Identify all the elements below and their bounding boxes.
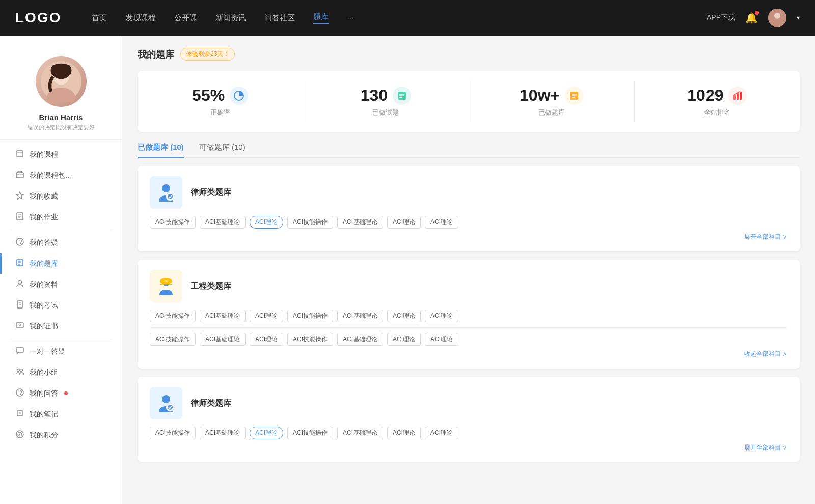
nav-qbank[interactable]: 题库: [313, 12, 329, 24]
main-layout: Brian Harris 错误的决定比没有决定要好 我的课程 我的课程包...: [0, 36, 815, 504]
tag-l1-3[interactable]: ACI技能操作: [287, 216, 333, 229]
done-banks-icon: [565, 87, 583, 105]
sidebar-item-profile[interactable]: 我的资料: [0, 274, 122, 295]
tab-available[interactable]: 可做题库 (10): [199, 143, 246, 157]
tag-e2-0[interactable]: ACI技能操作: [150, 333, 196, 346]
tab-done[interactable]: 已做题库 (10): [138, 143, 184, 157]
user-avatar-nav[interactable]: [768, 9, 786, 27]
sidebar-item-certificate[interactable]: 我的证书: [0, 316, 122, 337]
tags-lawyer-1: ACI技能操作 ACI基础理论 ACI理论 ACI技能操作 ACI基础理论 AC…: [150, 216, 787, 229]
tag-l1-6[interactable]: ACI理论: [425, 216, 458, 229]
notification-dot: [755, 11, 759, 15]
sidebar-item-points[interactable]: 我的积分: [0, 425, 122, 445]
sidebar-item-notes[interactable]: 我的笔记: [0, 404, 122, 425]
my-qa-icon: ?: [15, 388, 24, 398]
sidebar-item-course[interactable]: 我的课程: [0, 144, 122, 165]
tag-e1-2[interactable]: ACI理论: [250, 310, 283, 322]
svg-point-29: [20, 369, 23, 372]
collapse-link-engineer[interactable]: 收起全部科目 ∧: [150, 350, 787, 358]
qbank-card-lawyer-1: 律师类题库 ACI技能操作 ACI基础理论 ACI理论 ACI技能操作 ACI基…: [138, 166, 800, 251]
profile-motto: 错误的决定比没有决定要好: [28, 124, 95, 131]
user-menu-chevron[interactable]: ▾: [797, 14, 800, 21]
nav-open-course[interactable]: 公开课: [174, 13, 197, 23]
svg-point-36: [19, 434, 21, 435]
logo[interactable]: LOGO: [15, 10, 61, 26]
sidebar-label-group: 我的小组: [30, 368, 58, 377]
tag-e1-1[interactable]: ACI基础理论: [200, 310, 246, 322]
sidebar-item-qa[interactable]: ? 我的答疑: [0, 232, 122, 253]
tag-l2-6[interactable]: ACI理论: [425, 427, 458, 439]
sidebar-item-favorites[interactable]: 我的收藏: [0, 186, 122, 207]
sidebar-label-favorites: 我的收藏: [30, 192, 58, 201]
sidebar-item-one-on-one[interactable]: 一对一答疑: [0, 341, 122, 362]
tag-e2-5[interactable]: ACI理论: [387, 333, 421, 346]
sidebar-item-group[interactable]: 我的小组: [0, 362, 122, 383]
tag-e1-5[interactable]: ACI理论: [387, 310, 421, 322]
nav-home[interactable]: 首页: [92, 13, 107, 23]
svg-point-27: [19, 324, 21, 326]
tag-e2-1[interactable]: ACI基础理论: [200, 333, 246, 346]
qbank-title-lawyer-1: 律师类题库: [191, 187, 231, 198]
tag-l1-2[interactable]: ACI理论: [250, 216, 283, 229]
tag-l1-4[interactable]: ACI基础理论: [337, 216, 383, 229]
tag-e2-2[interactable]: ACI理论: [250, 333, 283, 346]
sidebar-item-exam[interactable]: 我的考试: [0, 295, 122, 316]
tag-l1-5[interactable]: ACI理论: [387, 216, 421, 229]
nav-more[interactable]: ···: [347, 14, 354, 22]
svg-rect-26: [16, 323, 23, 327]
tag-e1-3[interactable]: ACI技能操作: [287, 310, 333, 322]
tag-e2-3[interactable]: ACI技能操作: [287, 333, 333, 346]
nav-discover[interactable]: 发现课程: [125, 13, 156, 23]
stat-rank: 1029 全站排名: [635, 81, 800, 122]
expand-link-lawyer-1[interactable]: 展开全部科目 ∨: [150, 233, 787, 241]
nav-news[interactable]: 新闻资讯: [215, 13, 246, 23]
tag-l1-1[interactable]: ACI基础理论: [200, 216, 246, 229]
tag-e1-4[interactable]: ACI基础理论: [337, 310, 383, 322]
tag-e1-0[interactable]: ACI技能操作: [150, 310, 196, 322]
sidebar-item-qbank[interactable]: 我的题库: [0, 253, 122, 274]
tag-l2-4[interactable]: ACI基础理论: [337, 427, 383, 439]
navbar: LOGO 首页 发现课程 公开课 新闻资讯 问答社区 题库 ··· APP下载 …: [0, 0, 815, 36]
trial-badge: 体验剩余23天！: [180, 48, 235, 61]
stat-accuracy-label: 正确率: [148, 108, 292, 117]
tag-e1-6[interactable]: ACI理论: [425, 310, 458, 322]
tag-l2-0[interactable]: ACI技能操作: [150, 427, 196, 439]
lawyer-icon-1: [150, 176, 182, 209]
tag-l2-2[interactable]: ACI理论: [250, 427, 283, 439]
avatar: [36, 56, 87, 107]
tag-l2-1[interactable]: ACI基础理论: [200, 427, 246, 439]
qbank-header-lawyer-2: 律师类题库: [150, 387, 787, 419]
stat-accuracy: 55% 正确率: [138, 81, 303, 122]
tag-l1-0[interactable]: ACI技能操作: [150, 216, 196, 229]
sidebar-item-my-qa[interactable]: ? 我的问答: [0, 383, 122, 404]
svg-point-1: [774, 13, 780, 19]
qbank-card-lawyer-2: 律师类题库 ACI技能操作 ACI基础理论 ACI理论 ACI技能操作 ACI基…: [138, 377, 800, 462]
expand-link-lawyer-2[interactable]: 展开全部科目 ∨: [150, 443, 787, 452]
divider-2: [10, 339, 112, 339]
sidebar-item-course-package[interactable]: 我的课程包...: [0, 165, 122, 186]
tag-l2-5[interactable]: ACI理论: [387, 427, 421, 439]
svg-rect-55: [164, 280, 168, 282]
sidebar-label-course-package: 我的课程包...: [30, 171, 71, 180]
nav-qa[interactable]: 问答社区: [264, 13, 295, 23]
qbank-title-lawyer-2: 律师类题库: [191, 398, 231, 409]
navbar-right: APP下载 🔔 ▾: [707, 9, 800, 27]
svg-text:?: ?: [19, 390, 22, 396]
svg-point-28: [17, 369, 20, 372]
stat-accuracy-top: 55%: [148, 86, 292, 105]
sidebar-label-homework: 我的作业: [30, 213, 58, 222]
sidebar-menu: 我的课程 我的课程包... 我的收藏 我的作业: [0, 140, 122, 450]
tag-e2-6[interactable]: ACI理论: [425, 333, 458, 346]
stat-done-banks-value: 10w+: [520, 86, 560, 105]
tag-l2-3[interactable]: ACI技能操作: [287, 427, 333, 439]
svg-marker-11: [16, 192, 23, 199]
tag-e2-4[interactable]: ACI基础理论: [337, 333, 383, 346]
stat-done-questions-label: 已做试题: [313, 108, 458, 117]
stat-accuracy-value: 55%: [192, 86, 225, 105]
app-download-btn[interactable]: APP下载: [707, 13, 735, 22]
qa-badge: [64, 391, 68, 395]
notification-button[interactable]: 🔔: [745, 12, 758, 24]
sidebar-item-homework[interactable]: 我的作业: [0, 207, 122, 228]
sidebar-label-course: 我的课程: [30, 150, 58, 159]
exam-icon: [15, 300, 24, 310]
